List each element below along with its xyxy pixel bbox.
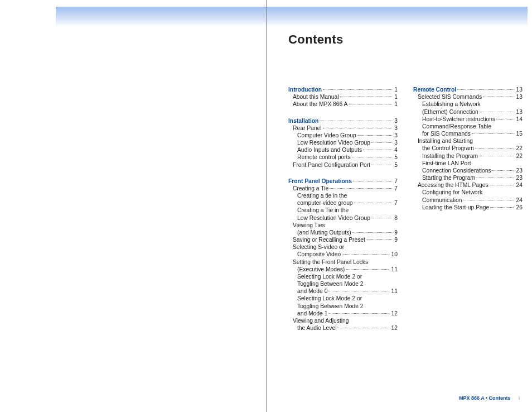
toc-label: (Executive Modes) (297, 266, 345, 273)
toc-leader (480, 112, 514, 112)
toc-leader (463, 200, 514, 200)
toc-entry[interactable]: Composite Video10 (288, 251, 398, 258)
toc-label: Connection Considerations (422, 167, 491, 174)
toc-entry[interactable]: Saving or Recalling a Preset9 (288, 236, 398, 243)
toc-entry[interactable]: Low Resolution Video Group8 (288, 214, 398, 222)
toc-entry[interactable]: Viewing Ties (288, 222, 398, 229)
toc-label: Creating a Tie in the (297, 207, 349, 214)
toc-entry[interactable]: Rear Panel3 (288, 124, 398, 132)
toc-entry[interactable]: Loading the Start-up Page26 (413, 204, 523, 211)
toc-label: Installing and Starting (418, 137, 473, 145)
toc-column: Remote Control13Selected SIS Commands13E… (413, 86, 523, 341)
toc-entry[interactable]: Audio Inputs and Outputs4 (288, 146, 398, 154)
toc-entry[interactable]: and Mode 011 (288, 288, 398, 295)
toc-entry[interactable]: Creating a Tie in the (288, 207, 398, 214)
toc-section-heading[interactable]: Front Panel Operations7 (288, 178, 398, 185)
toc-page-number: 12 (390, 324, 398, 332)
toc-entry[interactable]: Configuring for Network (413, 189, 523, 196)
toc-leader (371, 218, 392, 218)
toc-section-heading[interactable]: Remote Control13 (413, 86, 523, 93)
toc-entry[interactable]: Toggling Between Mode 2 (288, 303, 398, 310)
toc-leader (328, 291, 389, 291)
toc-entry[interactable]: Front Panel Configuration Port5 (288, 161, 398, 169)
toc-entry[interactable]: Installing the Program22 (413, 152, 523, 160)
toc-entry[interactable]: (Ethernet) Connection13 (413, 108, 523, 116)
toc-entry[interactable]: First-time LAN Port (413, 160, 523, 167)
toc-entry[interactable]: the Audio Level12 (288, 324, 398, 332)
toc-entry[interactable]: Viewing and Adjusting (288, 317, 398, 324)
toc-label: (Ethernet) Connection (422, 108, 478, 116)
toc-label: Computer Video Group (297, 132, 356, 139)
toc-label: Communication (422, 197, 462, 204)
header-gradient (56, 7, 528, 27)
toc-entry[interactable]: Setting the Front Panel Locks (288, 258, 398, 266)
toc-leader (472, 133, 514, 134)
toc-entry[interactable]: Low Resolution Video Group3 (288, 139, 398, 146)
toc-entry[interactable]: the Control Program22 (413, 145, 523, 152)
toc-page-number: 7 (393, 178, 398, 185)
toc-label: Viewing and Adjusting (293, 317, 349, 324)
toc-entry[interactable]: (and Muting Outputs)9 (288, 229, 398, 236)
toc-entry[interactable]: Toggling Between Mode 2 (288, 280, 398, 288)
toc-entry[interactable]: Selecting Lock Mode 2 or (288, 295, 398, 302)
toc-page-number: 11 (390, 266, 398, 273)
toc-entry[interactable]: Communication24 (413, 197, 523, 204)
toc-entry[interactable]: About this Manual1 (288, 93, 398, 100)
toc-entry[interactable]: and Mode 112 (288, 310, 398, 317)
toc-label: Front Panel Operations (288, 178, 352, 185)
toc-label: the Control Program (422, 145, 474, 152)
toc-leader (492, 170, 514, 171)
toc-leader (357, 135, 393, 136)
toc-label: Configuring for Network (422, 189, 482, 196)
footer-doc: MPX 866 A • Contents (459, 395, 511, 401)
toc-label: Host-to-Switcher instructions (422, 116, 495, 123)
toc-section-heading[interactable]: Introduction1 (288, 86, 398, 93)
toc-entry[interactable]: Selected SIS Commands13 (413, 93, 523, 100)
toc-page-number: 11 (390, 288, 398, 295)
toc-label: Starting the Program (422, 174, 475, 181)
toc-entry[interactable]: (Executive Modes)11 (288, 266, 398, 273)
toc-section-heading[interactable]: Installation3 (288, 117, 398, 124)
toc-entry[interactable]: Installing and Starting (413, 137, 523, 145)
toc-label: Establishing a Network (422, 100, 481, 108)
toc-page-number: 1 (393, 93, 398, 100)
toc-leader (490, 207, 514, 208)
toc-leader (323, 89, 392, 90)
toc-page-number: 4 (393, 146, 398, 154)
toc-label: Creating a tie in the (297, 192, 347, 199)
toc-leader (354, 203, 393, 203)
toc-entry[interactable]: Creating a tie in the (288, 192, 398, 199)
toc-entry[interactable]: Accessing the HTML Pages24 (413, 181, 523, 189)
toc-leader (352, 232, 393, 233)
toc-entry[interactable]: Creating a Tie7 (288, 185, 398, 192)
toc-entry[interactable]: Connection Considerations23 (413, 167, 523, 174)
toc-entry[interactable]: Starting the Program23 (413, 174, 523, 181)
toc-entry[interactable]: computer video group7 (288, 199, 398, 207)
toc-label: Installation (288, 117, 318, 124)
toc-section: Front Panel Operations7Creating a Tie7Cr… (288, 178, 398, 332)
toc-label: Toggling Between Mode 2 (297, 280, 364, 288)
toc-page-number: 15 (515, 130, 523, 137)
toc-label: Selecting Lock Mode 2 or (297, 295, 362, 302)
toc-entry[interactable]: Host-to-Switcher instructions14 (413, 116, 523, 123)
toc-entry[interactable]: Command/Response Table (413, 123, 523, 130)
toc-entry[interactable]: Remote control ports5 (288, 154, 398, 161)
toc-label: About the MPX 866 A (293, 100, 347, 108)
toc-leader (490, 185, 514, 185)
toc-page-number: 5 (393, 154, 398, 161)
toc-page-number: 13 (515, 93, 523, 100)
toc-entry[interactable]: Computer Video Group3 (288, 132, 398, 139)
toc-label: Low Resolution Video Group (297, 139, 370, 146)
toc-entry[interactable]: About the MPX 866 A1 (288, 100, 398, 108)
toc-entry[interactable]: Selecting S-video or (288, 243, 398, 251)
toc-leader (349, 104, 392, 104)
toc-label: the Audio Level (297, 324, 336, 332)
toc-entry[interactable]: Selecting Lock Mode 2 or (288, 273, 398, 280)
toc-entry[interactable]: for SIS Commands15 (413, 130, 523, 137)
toc-label: Selecting S-video or (293, 243, 344, 251)
toc-page-number: 8 (393, 214, 398, 222)
toc-page-number: 24 (515, 197, 523, 204)
toc-entry[interactable]: Establishing a Network (413, 100, 523, 108)
toc-label: Audio Inputs and Outputs (297, 146, 362, 154)
toc-label: Setting the Front Panel Locks (293, 258, 368, 266)
